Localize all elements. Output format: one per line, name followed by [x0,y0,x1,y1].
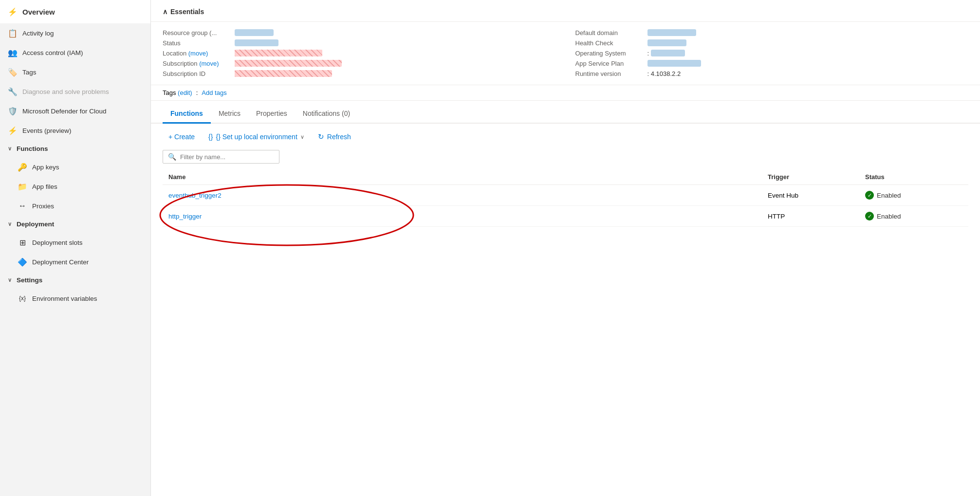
refresh-button[interactable]: ↻ Refresh [312,129,357,144]
essentials-left: Resource group (... Status Location (mov… [163,28,556,79]
filter-by-name-input[interactable] [180,153,274,161]
collapse-icon[interactable]: ∧ [163,8,167,16]
toolbar: + Create {} {} Set up local environment … [151,124,980,150]
essentials-row-subscription: Subscription (move) [163,58,556,69]
essentials-row-os: Operating System : [575,48,969,58]
filter-input-wrapper: 🔍 [163,150,279,164]
settings-chevron-icon: ∨ [8,277,12,283]
sidebar-item-events[interactable]: ⚡ Events (preview) [0,121,150,140]
essentials-row-health: Health Check [575,38,969,48]
enabled-check-icon: ✓ [865,191,874,200]
trigger-eventhub: Event Hub [768,192,865,199]
sidebar-item-overview[interactable]: ⚡ Overview [0,0,150,23]
sidebar-item-app-keys[interactable]: 🔑 App keys [0,157,150,177]
functions-chevron-icon: ∨ [8,146,12,152]
sidebar-section-functions[interactable]: ∨ Functions [0,140,150,157]
setup-dropdown-icon: ∨ [300,134,304,140]
add-tags-link[interactable]: Add tags [202,89,226,96]
tab-notifications[interactable]: Notifications (0) [295,105,358,124]
sidebar-item-deployment-center[interactable]: 🔷 Deployment Center [0,252,150,272]
defender-icon: 🛡️ [8,106,18,116]
col-trigger: Trigger [768,173,865,181]
table-row: eventhub_trigger2 Event Hub ✓ Enabled [163,185,968,206]
sidebar-section-settings[interactable]: ∨ Settings [0,272,150,289]
col-name: Name [168,173,768,181]
sidebar-item-tags[interactable]: 🏷️ Tags [0,62,150,82]
search-icon: 🔍 [168,153,176,161]
status-http: ✓ Enabled [865,212,962,220]
filter-container: 🔍 [151,150,980,169]
app-keys-icon: 🔑 [18,162,27,172]
tabs-container: Functions Metrics Properties Notificatio… [151,105,980,124]
overview-icon: ⚡ [8,7,18,17]
deployment-chevron-icon: ∨ [8,221,12,227]
table-container: Name Trigger Status eventhub_trigger2 Ev… [151,169,980,227]
essentials-right: Default domain Health Check Operating Sy… [575,28,969,79]
events-icon: ⚡ [8,126,18,135]
sidebar-item-defender[interactable]: 🛡️ Microsoft Defender for Cloud [0,101,150,121]
sidebar-item-app-files[interactable]: 📁 App files [0,177,150,196]
diagnose-icon: 🔧 [8,87,18,96]
access-control-icon: 👥 [8,48,18,57]
sidebar-item-diagnose[interactable]: 🔧 Diagnose and solve problems [0,82,150,101]
essentials-row-domain: Default domain [575,28,969,38]
tags-edit-link[interactable]: (edit) [178,89,192,96]
enabled-check-icon-2: ✓ [865,212,874,220]
essentials-row-status: Status [163,38,556,48]
tags-icon: 🏷️ [8,67,18,77]
create-button[interactable]: + Create [163,130,201,144]
setup-local-env-button[interactable]: {} {} Set up local environment ∨ [203,130,310,144]
setup-icon: {} [208,133,213,141]
status-eventhub: ✓ Enabled [865,191,962,200]
app-files-icon: 📁 [18,182,27,191]
sidebar-item-activity-log[interactable]: 📋 Activity log [0,23,150,43]
tags-row: Tags (edit) : Add tags [151,85,980,101]
deployment-slots-icon: ⊞ [18,238,27,247]
essentials-row-rg: Resource group (... [163,28,556,38]
table-header: Name Trigger Status [163,169,968,185]
sidebar-item-deployment-slots[interactable]: ⊞ Deployment slots [0,233,150,252]
function-link-eventhub[interactable]: eventhub_trigger2 [168,192,768,199]
essentials-grid: Resource group (... Status Location (mov… [151,22,980,85]
sidebar: ⚡ Overview 📋 Activity log 👥 Access contr… [0,0,151,496]
trigger-http: HTTP [768,213,865,220]
activity-log-icon: 📋 [8,28,18,38]
sidebar-section-deployment[interactable]: ∨ Deployment [0,216,150,233]
env-variables-icon: {x} [18,294,27,303]
sidebar-item-proxies[interactable]: ↔ Proxies [0,196,150,216]
essentials-row-plan: App Service Plan [575,58,969,69]
essentials-row-location: Location (move) [163,48,556,58]
table-row: http_trigger HTTP ✓ Enabled [163,206,968,227]
function-link-http[interactable]: http_trigger [168,213,768,220]
essentials-row-runtime: Runtime version : 4.1038.2.2 [575,69,969,79]
sidebar-item-access-control[interactable]: 👥 Access control (IAM) [0,43,150,62]
tab-functions[interactable]: Functions [163,105,211,124]
refresh-icon: ↻ [318,132,324,141]
essentials-header: ∧ Essentials [151,0,980,22]
proxies-icon: ↔ [18,201,27,211]
deployment-center-icon: 🔷 [18,257,27,267]
circle-annotation-container: eventhub_trigger2 Event Hub ✓ Enabled ht… [163,185,968,227]
sidebar-item-env-variables[interactable]: {x} Environment variables [0,289,150,308]
col-status: Status [865,173,962,181]
tab-properties[interactable]: Properties [248,105,295,124]
tab-metrics[interactable]: Metrics [211,105,248,124]
essentials-row-sub-id: Subscription ID [163,69,556,79]
main-content: ∧ Essentials Resource group (... Status … [151,0,980,496]
